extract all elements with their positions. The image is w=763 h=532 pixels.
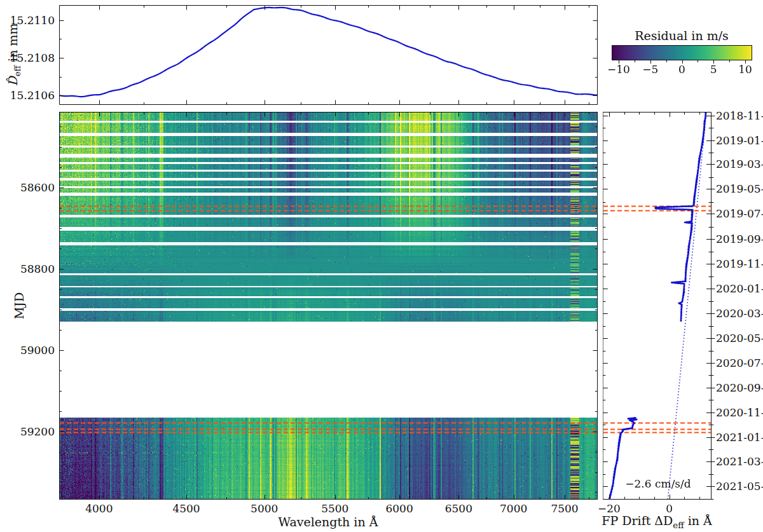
date-tick-label: 2019-01-01 <box>716 134 763 147</box>
deff-line-plot <box>59 5 598 105</box>
fp-drift-plot <box>603 112 715 500</box>
wavelength-tick-label: 6500 <box>445 502 472 515</box>
fp-drift-tick-label: 0 <box>666 502 673 515</box>
mjd-tick-label: 59000 <box>20 344 55 357</box>
colorbar-tick-label: −5 <box>642 63 658 76</box>
date-tick-label: 2021-05-01 <box>716 480 763 493</box>
colorbar-tick-label: −10 <box>607 63 630 76</box>
mjd-tick-label: 58800 <box>20 263 55 275</box>
date-tick-label: 2020-05-01 <box>716 332 763 344</box>
residual-heatmap <box>59 112 598 500</box>
colorbar-tick-label: 0 <box>678 63 685 76</box>
colorbar-title: Residual in m/s <box>635 29 729 43</box>
fp-drift-label-post: in Å <box>684 514 712 528</box>
date-tick-label: 2020-07-01 <box>716 357 763 369</box>
deff-subscript: eff <box>13 65 22 76</box>
date-tick-label: 2021-01-01 <box>716 431 763 444</box>
wavelength-tick-label: 4500 <box>172 502 200 515</box>
date-tick-label: 2019-07-01 <box>716 207 763 220</box>
date-tick-label: 2019-05-01 <box>716 182 763 195</box>
wavelength-tick-label: 4000 <box>85 502 113 515</box>
mjd-tick-label: 59200 <box>20 425 55 438</box>
drift-slope-annotation: −2.6 cm/s/d <box>625 477 691 490</box>
deff-symbol: D̂ <box>6 76 20 86</box>
deff-tick-label: 15.2108 <box>10 51 55 64</box>
mjd-tick-label: 58600 <box>20 181 55 194</box>
date-tick-label: 2021-03-01 <box>716 455 763 468</box>
fp-drift-label-sub: eff <box>673 521 684 530</box>
date-tick-label: 2019-03-01 <box>716 158 763 170</box>
deff-tick-label: 15.2110 <box>10 14 55 27</box>
date-tick-label: 2018-11-01 <box>716 109 763 122</box>
date-tick-label: 2020-03-01 <box>716 307 763 320</box>
wavelength-axis-label: Wavelength in Å <box>278 515 378 529</box>
fp-drift-label-pre: FP Drift ΔD <box>601 514 673 528</box>
fp-drift-axis-label: FP Drift ΔDeff in Å <box>601 514 712 530</box>
colorbar-tick-label: 5 <box>710 63 717 76</box>
date-tick-label: 2020-09-01 <box>716 381 763 394</box>
wavelength-tick-label: 7500 <box>551 502 578 515</box>
date-tick-label: 2020-11-01 <box>716 406 763 419</box>
wavelength-tick-label: 5500 <box>321 502 348 515</box>
date-tick-label: 2019-11-01 <box>716 257 763 270</box>
colorbar-tick-label: 10 <box>738 63 752 76</box>
figure: D̂eff in mm MJD Wavelength in Å FP Drift… <box>0 0 763 532</box>
wavelength-tick-label: 7000 <box>500 502 527 515</box>
wavelength-tick-label: 6000 <box>385 502 413 515</box>
fp-drift-tick-label: −20 <box>598 502 621 515</box>
wavelength-tick-label: 5000 <box>251 502 278 515</box>
date-tick-label: 2019-09-01 <box>716 233 763 245</box>
date-tick-label: 2020-01-01 <box>716 282 763 295</box>
mjd-axis-label: MJD <box>12 292 26 319</box>
deff-tick-label: 15.2106 <box>10 89 55 102</box>
